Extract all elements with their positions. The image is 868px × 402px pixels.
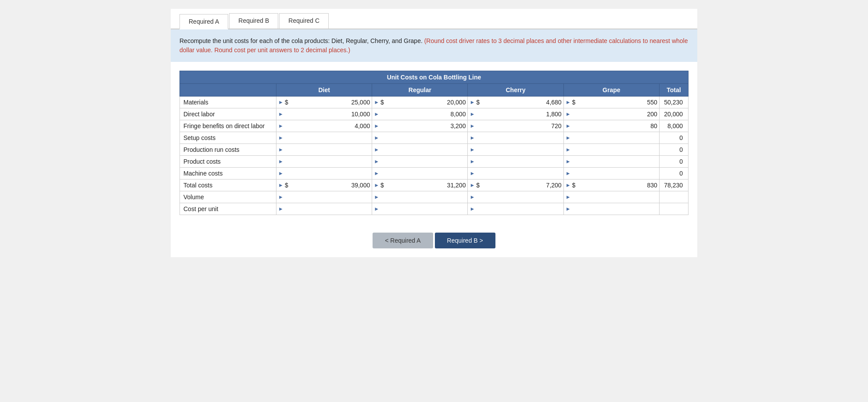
grape-cell[interactable]: ► — [563, 120, 659, 132]
tab-required-b[interactable]: Required B — [229, 13, 278, 29]
diet-cell[interactable]: ►$ — [276, 179, 372, 191]
grape-input[interactable] — [577, 182, 657, 189]
grape-cell[interactable]: ► — [563, 168, 659, 179]
diet-cell[interactable]: ► — [276, 108, 372, 120]
regular-input[interactable] — [386, 182, 466, 189]
row-label: Total costs — [180, 179, 276, 191]
grape-input[interactable] — [577, 99, 657, 106]
cherry-input[interactable] — [481, 182, 562, 189]
cherry-cell[interactable]: ► — [468, 120, 563, 132]
row-label: Product costs — [180, 156, 276, 168]
table-row: Total costs►$►$►$►$78,230 — [180, 179, 689, 191]
prev-button[interactable]: < Required A — [373, 233, 433, 248]
diet-cell[interactable]: ► — [276, 156, 372, 168]
grape-input[interactable] — [572, 146, 657, 153]
cherry-input[interactable] — [476, 111, 561, 118]
cherry-cell[interactable]: ► — [468, 132, 563, 144]
diet-input[interactable] — [285, 122, 370, 129]
diet-cell[interactable]: ►$ — [276, 97, 372, 108]
tab-required-a[interactable]: Required A — [179, 14, 228, 29]
table-row: Materials►$►$►$►$50,230 — [180, 97, 689, 108]
tab-required-c[interactable]: Required C — [279, 13, 329, 29]
cherry-cell[interactable]: ►$ — [468, 179, 563, 191]
diet-cell[interactable]: ► — [276, 120, 372, 132]
grape-cell[interactable]: ►$ — [563, 97, 659, 108]
grape-cell[interactable]: ► — [563, 203, 659, 215]
regular-input[interactable] — [380, 111, 466, 118]
regular-cell[interactable]: ► — [372, 120, 468, 132]
cherry-input[interactable] — [476, 146, 561, 153]
regular-input[interactable] — [380, 158, 466, 165]
regular-input[interactable] — [380, 134, 466, 141]
cherry-cell[interactable]: ► — [468, 156, 563, 168]
grape-cell[interactable]: ► — [563, 191, 659, 203]
regular-input[interactable] — [380, 194, 466, 201]
cherry-cell[interactable]: ►$ — [468, 97, 563, 108]
cherry-cell[interactable]: ► — [468, 191, 563, 203]
diet-input[interactable] — [285, 194, 370, 201]
table-row: Production run costs►►►►0 — [180, 144, 689, 156]
grape-input[interactable] — [572, 170, 657, 177]
grape-input[interactable] — [572, 194, 657, 201]
regular-cell[interactable]: ► — [372, 156, 468, 168]
cherry-cell[interactable]: ► — [468, 168, 563, 179]
regular-cell[interactable]: ►$ — [372, 97, 468, 108]
diet-input[interactable] — [285, 170, 370, 177]
cherry-input[interactable] — [476, 122, 561, 129]
regular-input[interactable] — [380, 205, 466, 212]
grape-input[interactable] — [572, 111, 657, 118]
diet-cell[interactable]: ► — [276, 191, 372, 203]
diet-input[interactable] — [285, 146, 370, 153]
total-cell — [659, 203, 688, 215]
diet-input[interactable] — [285, 111, 370, 118]
table-container: Unit Costs on Cola Bottling Line Diet Re… — [171, 62, 697, 224]
regular-input[interactable] — [386, 99, 466, 106]
cherry-input[interactable] — [481, 99, 562, 106]
diet-input[interactable] — [285, 205, 370, 212]
regular-cell[interactable]: ► — [372, 108, 468, 120]
cherry-cell[interactable]: ► — [468, 108, 563, 120]
diet-input[interactable] — [290, 182, 370, 189]
cherry-input[interactable] — [476, 158, 561, 165]
diet-input[interactable] — [285, 158, 370, 165]
diet-input[interactable] — [285, 134, 370, 141]
cherry-input[interactable] — [476, 205, 561, 212]
bottom-navigation: < Required A Required B > — [171, 224, 697, 257]
cherry-input[interactable] — [476, 194, 561, 201]
cherry-cell[interactable]: ► — [468, 203, 563, 215]
grape-input[interactable] — [572, 158, 657, 165]
grape-input[interactable] — [572, 205, 657, 212]
regular-input[interactable] — [380, 146, 466, 153]
cherry-input[interactable] — [476, 170, 561, 177]
total-cell: 0 — [659, 132, 688, 144]
grape-cell[interactable]: ► — [563, 156, 659, 168]
regular-input[interactable] — [380, 122, 466, 129]
regular-cell[interactable]: ► — [372, 132, 468, 144]
diet-cell[interactable]: ► — [276, 144, 372, 156]
grape-cell[interactable]: ► — [563, 132, 659, 144]
diet-cell[interactable]: ► — [276, 203, 372, 215]
cherry-input[interactable] — [476, 134, 561, 141]
next-button[interactable]: Required B > — [435, 233, 495, 248]
diet-cell[interactable]: ► — [276, 132, 372, 144]
table-row: Direct labor►►►►20,000 — [180, 108, 689, 120]
grape-cell[interactable]: ►$ — [563, 179, 659, 191]
cherry-cell[interactable]: ► — [468, 144, 563, 156]
row-label: Cost per unit — [180, 203, 276, 215]
total-cell: 0 — [659, 144, 688, 156]
header-regular: Regular — [372, 84, 468, 97]
regular-cell[interactable]: ► — [372, 203, 468, 215]
regular-cell[interactable]: ►$ — [372, 179, 468, 191]
diet-input[interactable] — [290, 99, 370, 106]
diet-cell[interactable]: ► — [276, 168, 372, 179]
header-total: Total — [659, 84, 688, 97]
regular-cell[interactable]: ► — [372, 168, 468, 179]
regular-cell[interactable]: ► — [372, 144, 468, 156]
instructions-main: Recompute the unit costs for each of the… — [179, 37, 423, 44]
grape-cell[interactable]: ► — [563, 144, 659, 156]
grape-cell[interactable]: ► — [563, 108, 659, 120]
regular-input[interactable] — [380, 170, 466, 177]
grape-input[interactable] — [572, 134, 657, 141]
grape-input[interactable] — [572, 122, 657, 129]
regular-cell[interactable]: ► — [372, 191, 468, 203]
